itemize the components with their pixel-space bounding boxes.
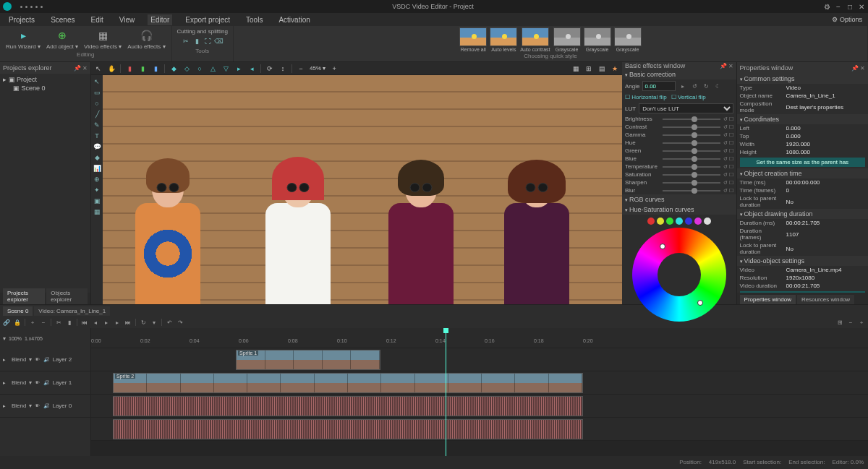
hue-swatch[interactable] bbox=[694, 218, 702, 225]
property-row[interactable]: Video duration00:00:21.705 bbox=[737, 282, 868, 290]
slider-green[interactable]: Green↺☐ bbox=[622, 147, 736, 155]
tl-prev-icon[interactable]: ◂ bbox=[92, 319, 99, 326]
tl-last-icon[interactable]: ⏭ bbox=[124, 319, 132, 326]
menu-scenes[interactable]: Scenes bbox=[48, 14, 77, 25]
tl-marker-icon[interactable]: ▾ bbox=[150, 319, 158, 326]
menu-projects[interactable]: Projects bbox=[6, 14, 38, 25]
timeline-ruler[interactable]: 0:000:020:040:060:080:100:120:140:160:18… bbox=[91, 328, 868, 348]
style-remove-all[interactable]: Remove all bbox=[459, 27, 487, 52]
tl-remove-icon[interactable]: − bbox=[40, 319, 47, 326]
set-parent-size-button[interactable]: Set the same size as the parent has bbox=[740, 158, 865, 167]
property-row[interactable]: VideoCamera_In_Line.mp4 bbox=[737, 266, 868, 274]
effects-pin-icon[interactable]: 📌 bbox=[720, 63, 727, 69]
crop-icon[interactable]: ⛶ bbox=[203, 37, 212, 46]
effects-close-icon[interactable]: ✕ bbox=[728, 63, 733, 69]
property-row[interactable]: Composition modeDest layer's properties bbox=[737, 100, 868, 114]
property-row[interactable]: Time (frames)0 bbox=[737, 186, 868, 194]
property-row[interactable]: Width1920.000 bbox=[737, 140, 868, 148]
property-row[interactable]: Lock to parent durationNo bbox=[737, 241, 868, 256]
tab-objects-explorer[interactable]: Objects explorer bbox=[46, 288, 88, 304]
tool-f-icon[interactable]: ◂ bbox=[247, 64, 256, 73]
property-row[interactable]: Time (ms)00:00:00.000 bbox=[737, 178, 868, 186]
tl-expand-icon[interactable]: ▾ bbox=[3, 335, 6, 342]
options-gear-icon[interactable]: ⚙ Options bbox=[832, 16, 862, 23]
property-row[interactable]: Resolution1920x1080 bbox=[737, 274, 868, 282]
maximize-icon[interactable]: □ bbox=[846, 3, 854, 10]
tool-g-icon[interactable]: ⟳ bbox=[265, 64, 274, 73]
vtool-ellipse-icon[interactable]: ○ bbox=[93, 99, 101, 108]
track-collapse-icon[interactable]: ▸ bbox=[3, 357, 9, 363]
timeline-tab-video[interactable]: Video: Camera_In_Line_1 bbox=[34, 306, 110, 316]
slider-contrast[interactable]: Contrast↺☐ bbox=[622, 123, 736, 131]
slider-gamma[interactable]: Gamma↺☐ bbox=[622, 131, 736, 139]
panel-pin-icon[interactable]: 📌 bbox=[74, 65, 81, 72]
clip-sprite-1[interactable]: Sprite 1 bbox=[236, 350, 380, 370]
tool-rect-red-icon[interactable]: ▮ bbox=[125, 64, 134, 73]
tool-rect-green-icon[interactable]: ▮ bbox=[138, 64, 147, 73]
menu-tools[interactable]: Tools bbox=[243, 14, 265, 25]
tl-first-icon[interactable]: ⏮ bbox=[81, 319, 88, 326]
vtool-shape-icon[interactable]: ◆ bbox=[93, 153, 101, 162]
clip-audio-2[interactable] bbox=[113, 419, 583, 439]
tool-c-icon[interactable]: ○ bbox=[195, 64, 204, 73]
property-row[interactable]: Top0.000 bbox=[737, 132, 868, 140]
grid-icon[interactable]: ▦ bbox=[571, 64, 580, 73]
angle-stepper-icon[interactable]: ▸ bbox=[678, 82, 687, 90]
tl-loop-icon[interactable]: ↻ bbox=[140, 319, 147, 326]
tl-next-icon[interactable]: ▸ bbox=[114, 319, 121, 326]
angle-reset-icon[interactable]: ↺ bbox=[690, 82, 699, 90]
property-row[interactable]: Height1080.000 bbox=[737, 148, 868, 156]
video-preview[interactable] bbox=[103, 75, 622, 304]
property-row[interactable]: Object nameCamera_In_Line_1 bbox=[737, 92, 868, 100]
property-row[interactable]: Lock to parent durationNo bbox=[737, 194, 868, 209]
zoom-value[interactable]: 45% ▾ bbox=[310, 65, 326, 72]
vtool-counter-icon[interactable]: ⊕ bbox=[93, 175, 101, 184]
vtool-line-icon[interactable]: ╱ bbox=[93, 110, 101, 119]
tool-b-icon[interactable]: ◇ bbox=[182, 64, 191, 73]
slider-blur[interactable]: Blur↺☐ bbox=[622, 186, 736, 194]
slider-sharpen[interactable]: Sharpen↺☐ bbox=[622, 178, 736, 186]
property-row[interactable]: Duration (frames)1107 bbox=[737, 227, 868, 241]
tool-h-icon[interactable]: ↕ bbox=[278, 64, 287, 73]
angle-rotate-cw-icon[interactable]: ↻ bbox=[702, 82, 710, 90]
creation-time-header[interactable]: Object creation time bbox=[737, 168, 868, 178]
safe-area-icon[interactable]: ⊞ bbox=[584, 64, 593, 73]
tl-lock-icon[interactable]: 🔒 bbox=[14, 319, 21, 326]
common-settings-header[interactable]: Common settings bbox=[737, 74, 868, 84]
hue-swatch[interactable] bbox=[704, 218, 711, 225]
hue-swatch[interactable] bbox=[685, 218, 692, 225]
clip-audio-1[interactable] bbox=[113, 396, 583, 416]
vtool-rect-icon[interactable]: ▭ bbox=[93, 88, 101, 97]
hue-swatch[interactable] bbox=[647, 218, 655, 225]
vtool-text-icon[interactable]: T bbox=[93, 132, 101, 140]
angle-input[interactable] bbox=[642, 81, 676, 91]
props-pin-icon[interactable]: 📌 bbox=[851, 65, 859, 72]
rgb-curves-header[interactable]: RGB curves bbox=[622, 194, 736, 205]
tab-resources[interactable]: Resources window bbox=[797, 295, 854, 304]
tl-play-icon[interactable]: ▸ bbox=[103, 319, 110, 326]
tl-undo-icon[interactable]: ↶ bbox=[166, 319, 173, 326]
tab-projects-explorer[interactable]: Projects explorer bbox=[3, 288, 45, 304]
track-visible-icon[interactable]: 👁 bbox=[35, 357, 41, 363]
property-row[interactable]: TypeVideo bbox=[737, 84, 868, 92]
style-grayscale-3[interactable]: Grayscale bbox=[614, 27, 642, 52]
split-icon[interactable]: ▮ bbox=[192, 37, 201, 46]
hue-saturation-header[interactable]: Hue-Saturation curves bbox=[622, 205, 736, 215]
coords-header[interactable]: Coordinates bbox=[737, 114, 868, 124]
style-auto-contrast[interactable]: Auto contrast bbox=[520, 27, 550, 52]
angle-moon-icon[interactable]: ☾ bbox=[713, 82, 722, 90]
run-wizard-button[interactable]: ▸Run Wizard ▾ bbox=[4, 27, 42, 51]
vtool-animation-icon[interactable]: ✦ bbox=[93, 186, 101, 194]
hue-swatch[interactable] bbox=[657, 218, 664, 225]
menu-export[interactable]: Export project bbox=[182, 14, 233, 25]
drawing-duration-header[interactable]: Object drawing duration bbox=[737, 209, 868, 219]
slider-brightness[interactable]: Brightness↺☐ bbox=[622, 115, 736, 123]
horizontal-flip-button[interactable]: ☐ Horizontal flip bbox=[625, 94, 667, 100]
vtool-sprite-icon[interactable]: ▣ bbox=[93, 197, 101, 205]
playhead[interactable] bbox=[446, 328, 446, 456]
zoom-in-icon[interactable]: + bbox=[330, 64, 339, 73]
minimize-icon[interactable]: − bbox=[835, 3, 842, 10]
props-close-icon[interactable]: ✕ bbox=[860, 65, 865, 72]
cut-icon[interactable]: ✂ bbox=[182, 37, 190, 46]
tl-add-icon[interactable]: + bbox=[29, 319, 36, 326]
